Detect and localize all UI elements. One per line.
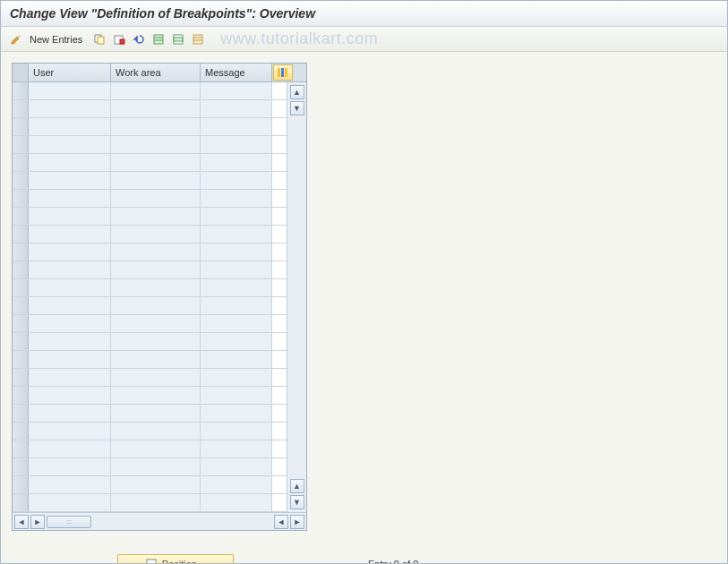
table-row[interactable] xyxy=(13,244,287,261)
table-row[interactable] xyxy=(13,458,287,476)
table-row[interactable] xyxy=(13,351,287,369)
position-button[interactable]: Position... xyxy=(117,554,234,564)
scroll-right-inner-button[interactable]: ► xyxy=(30,515,45,529)
cell-user[interactable] xyxy=(29,405,111,422)
table-row[interactable] xyxy=(13,387,287,405)
cell-message[interactable] xyxy=(201,208,272,225)
cell-user[interactable] xyxy=(29,423,111,440)
table-row[interactable] xyxy=(13,279,287,297)
cell-message[interactable] xyxy=(201,369,272,386)
cell-user[interactable] xyxy=(29,458,111,475)
cell-work-area[interactable] xyxy=(111,405,201,422)
cell-user[interactable] xyxy=(29,333,111,350)
row-selector[interactable] xyxy=(13,387,29,404)
table-row[interactable] xyxy=(13,172,287,190)
cell-message[interactable] xyxy=(201,279,272,296)
table-row[interactable] xyxy=(13,315,287,333)
cell-message[interactable] xyxy=(201,476,272,493)
table-row[interactable] xyxy=(13,100,287,118)
cell-work-area[interactable] xyxy=(111,458,201,475)
undo-change-icon[interactable] xyxy=(131,31,147,47)
cell-user[interactable] xyxy=(29,208,111,225)
cell-work-area[interactable] xyxy=(111,261,201,278)
select-all-icon[interactable] xyxy=(150,31,167,47)
new-entries-button[interactable]: New Entries xyxy=(28,34,88,45)
row-selector[interactable] xyxy=(13,440,29,457)
row-selector[interactable] xyxy=(13,208,29,225)
table-row[interactable] xyxy=(13,261,287,279)
vertical-scrollbar[interactable]: ▲ ▼ ▲ ▼ xyxy=(287,82,306,512)
cell-message[interactable] xyxy=(201,405,272,422)
row-selector[interactable] xyxy=(13,279,29,296)
cell-message[interactable] xyxy=(201,118,272,135)
cell-work-area[interactable] xyxy=(111,226,201,243)
cell-work-area[interactable] xyxy=(111,100,201,117)
cell-user[interactable] xyxy=(29,440,111,457)
cell-work-area[interactable] xyxy=(111,440,201,457)
row-selector-header[interactable] xyxy=(13,64,29,81)
cell-user[interactable] xyxy=(29,351,111,368)
cell-message[interactable] xyxy=(201,440,272,457)
cell-user[interactable] xyxy=(29,494,111,511)
cell-user[interactable] xyxy=(29,226,111,243)
row-selector[interactable] xyxy=(13,476,29,493)
cell-user[interactable] xyxy=(29,100,111,117)
cell-work-area[interactable] xyxy=(111,333,201,350)
cell-message[interactable] xyxy=(201,190,272,207)
row-selector[interactable] xyxy=(13,405,29,422)
row-selector[interactable] xyxy=(13,82,29,99)
table-row[interactable] xyxy=(13,226,287,244)
cell-work-area[interactable] xyxy=(111,208,201,225)
horizontal-scrollbar[interactable]: ◄ ► ::: ◄ ► xyxy=(13,512,306,530)
cell-message[interactable] xyxy=(201,244,272,261)
cell-work-area[interactable] xyxy=(111,154,201,171)
cell-user[interactable] xyxy=(29,136,111,153)
cell-work-area[interactable] xyxy=(111,315,201,332)
cell-message[interactable] xyxy=(201,297,272,314)
cell-work-area[interactable] xyxy=(111,279,201,296)
cell-message[interactable] xyxy=(201,333,272,350)
table-row[interactable] xyxy=(13,369,287,387)
cell-work-area[interactable] xyxy=(111,190,201,207)
cell-work-area[interactable] xyxy=(111,476,201,493)
cell-user[interactable] xyxy=(29,190,111,207)
table-row[interactable] xyxy=(13,208,287,226)
row-selector[interactable] xyxy=(13,315,29,332)
cell-work-area[interactable] xyxy=(111,244,201,261)
cell-work-area[interactable] xyxy=(111,82,201,99)
table-row[interactable] xyxy=(13,494,287,512)
scroll-left-button[interactable]: ◄ xyxy=(14,515,29,529)
table-row[interactable] xyxy=(13,476,287,494)
cell-work-area[interactable] xyxy=(111,423,201,440)
select-block-icon[interactable] xyxy=(170,31,186,47)
table-row[interactable] xyxy=(13,82,287,100)
cell-user[interactable] xyxy=(29,279,111,296)
cell-message[interactable] xyxy=(201,458,272,475)
row-selector[interactable] xyxy=(13,351,29,368)
scroll-left-inner-button[interactable]: ◄ xyxy=(274,515,288,529)
cell-message[interactable] xyxy=(201,387,272,404)
column-header-work-area[interactable]: Work area xyxy=(111,64,201,81)
cell-user[interactable] xyxy=(29,261,111,278)
cell-user[interactable] xyxy=(29,387,111,404)
scroll-up-button[interactable]: ▲ xyxy=(290,85,304,99)
row-selector[interactable] xyxy=(13,190,29,207)
cell-user[interactable] xyxy=(29,118,111,135)
cell-work-area[interactable] xyxy=(111,136,201,153)
cell-work-area[interactable] xyxy=(111,118,201,135)
cell-user[interactable] xyxy=(29,244,111,261)
cell-work-area[interactable] xyxy=(111,297,201,314)
row-selector[interactable] xyxy=(13,244,29,261)
cell-message[interactable] xyxy=(201,226,272,243)
cell-message[interactable] xyxy=(201,351,272,368)
row-selector[interactable] xyxy=(13,494,29,511)
cell-message[interactable] xyxy=(201,136,272,153)
table-config-button[interactable] xyxy=(273,64,293,81)
cell-work-area[interactable] xyxy=(111,369,201,386)
cell-message[interactable] xyxy=(201,100,272,117)
column-header-user[interactable]: User xyxy=(29,64,111,81)
delete-icon[interactable] xyxy=(111,31,127,47)
row-selector[interactable] xyxy=(13,118,29,135)
table-row[interactable] xyxy=(13,333,287,351)
scroll-down-bottom-button[interactable]: ▼ xyxy=(290,495,304,509)
